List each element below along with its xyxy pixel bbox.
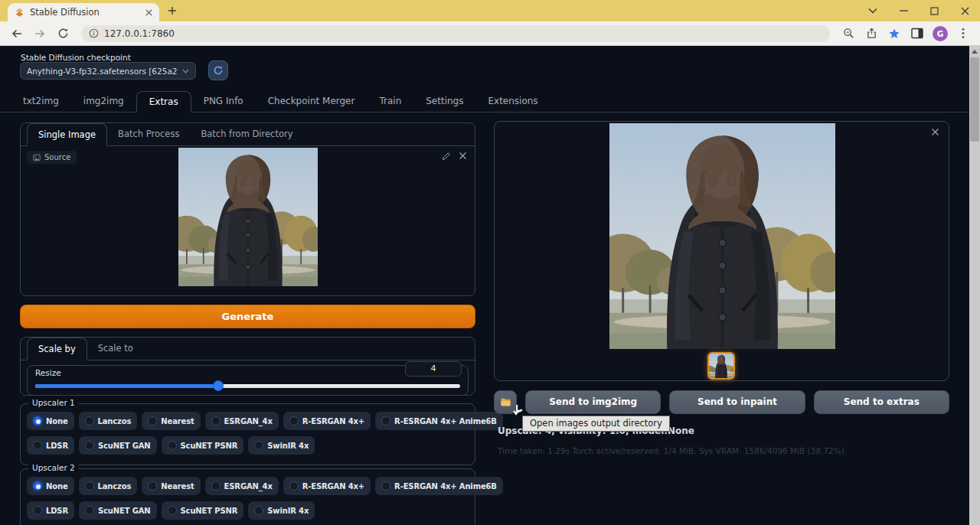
upscaler-option[interactable]: Lanczos (79, 412, 138, 430)
resize-number-input[interactable]: 4 (405, 361, 462, 377)
upscaler-option[interactable]: ESRGAN_4x (205, 477, 279, 495)
resize-slider[interactable] (35, 384, 460, 388)
tab-txt2img[interactable]: txt2img (11, 91, 71, 112)
resize-control: Resize 4 (27, 365, 469, 396)
chevron-down-icon (182, 69, 189, 73)
radio-icon (211, 481, 220, 491)
upscaler-option[interactable]: SwinIR 4x (248, 501, 315, 520)
radio-icon (33, 506, 42, 515)
window-minimize-button[interactable] (888, 0, 919, 21)
upscaler-option[interactable]: R-ESRGAN 4x+ (283, 477, 371, 495)
tab-checkpoint-merger[interactable]: Checkpoint Merger (256, 91, 368, 112)
upscaler-option[interactable]: ScuNET PSNR (162, 501, 244, 520)
radio-icon (148, 481, 157, 491)
send-to-img2img-button[interactable]: Send to img2img (525, 390, 661, 414)
upscaler-option[interactable]: ScuNET GAN (79, 436, 157, 455)
address-bar[interactable]: 127.0.0.1:7860 (81, 25, 830, 42)
send-to-inpaint-button[interactable]: Send to inpaint (669, 390, 805, 414)
generate-button[interactable]: Generate (20, 305, 475, 328)
upscaler-option[interactable]: LDSR (27, 501, 74, 520)
side-panel-icon[interactable] (908, 24, 926, 43)
avatar-letter: G (933, 26, 948, 41)
source-image-dropzone[interactable]: Source (21, 146, 475, 295)
tab-batch-process[interactable]: Batch Process (107, 123, 190, 145)
upscaler2-legend: Upscaler 2 (28, 463, 79, 472)
clear-image-icon[interactable] (459, 152, 467, 161)
site-info-icon[interactable] (89, 28, 99, 38)
resize-slider-fill (35, 384, 218, 388)
tab-train[interactable]: Train (367, 91, 413, 112)
checkpoint-label: Stable Diffusion checkpoint (21, 53, 131, 62)
upscaler-option[interactable]: SwinIR 4x (248, 436, 315, 455)
result-actions: Send to img2img Send to inpaint Send to … (494, 386, 949, 509)
upscaler-option[interactable]: R-ESRGAN 4x+ (283, 412, 371, 430)
tab-scale-by[interactable]: Scale by (27, 338, 87, 360)
share-icon[interactable] (862, 24, 880, 43)
radio-icon (148, 416, 157, 426)
tab-close-icon[interactable] (145, 9, 152, 16)
new-tab-button[interactable] (165, 4, 179, 18)
source-image[interactable] (178, 148, 318, 286)
browser-tab[interactable]: Stable Diffusion (8, 3, 159, 21)
checkpoint-dropdown[interactable]: Anything-V3-fp32.safetensors [625a2ba2] (20, 62, 196, 80)
back-button[interactable] (8, 24, 26, 43)
radio-icon (254, 441, 263, 450)
upscaler-option[interactable]: ESRGAN_4x (205, 412, 279, 430)
bookmark-star-icon[interactable] (885, 24, 903, 43)
radio-icon (85, 416, 94, 426)
send-to-extras-button[interactable]: Send to extras (814, 390, 949, 414)
radio-icon (33, 481, 42, 491)
source-chip: Source (27, 151, 77, 164)
result-thumbnail[interactable] (707, 352, 735, 380)
upscaler-option[interactable]: None (27, 477, 74, 495)
upscaler-option[interactable]: R-ESRGAN 4x+ Anime6B (375, 412, 503, 430)
radio-icon (381, 416, 390, 426)
upscaler-option[interactable]: Lanczos (79, 477, 138, 495)
upscaler-option[interactable]: None (27, 412, 74, 430)
browser-menu-kebab-icon[interactable] (954, 24, 972, 43)
radio-icon (33, 416, 42, 426)
window-maximize-button[interactable] (919, 0, 949, 21)
profile-avatar[interactable]: G (931, 24, 949, 43)
upscaler-option[interactable]: ScuNET PSNR (162, 436, 244, 455)
resize-label: Resize (35, 368, 61, 377)
tab-png-info[interactable]: PNG Info (191, 91, 256, 112)
upscaler-option[interactable]: ScuNET GAN (79, 501, 157, 520)
radio-icon (211, 416, 220, 426)
source-label: Source (44, 153, 70, 161)
tab-search-chevron-icon[interactable] (858, 0, 888, 21)
radio-icon (168, 506, 177, 515)
refresh-checkpoints-button[interactable] (208, 60, 228, 80)
tab-scale-to[interactable]: Scale to (87, 338, 144, 360)
mouse-cursor-hand-icon (510, 403, 524, 418)
close-gallery-icon[interactable] (931, 128, 939, 136)
image-icon (33, 154, 41, 161)
edit-image-icon[interactable] (442, 152, 451, 161)
upscaler-option[interactable]: R-ESRGAN 4x+ Anime6B (375, 477, 503, 495)
scale-tab-bar: Scale by Scale to (21, 338, 475, 360)
forward-button[interactable] (31, 24, 49, 43)
tab-img2img[interactable]: img2img (71, 91, 136, 112)
upscaler1-group: Upscaler 1 None Lanczos Nearest ESRGAN_4… (20, 403, 475, 465)
reload-button[interactable] (54, 24, 72, 43)
scrollbar-thumb[interactable] (970, 57, 979, 142)
tab-single-image[interactable]: Single Image (27, 123, 107, 146)
tab-extras[interactable]: Extras (136, 91, 191, 112)
tab-extensions[interactable]: Extensions (475, 91, 550, 112)
radio-icon (381, 481, 390, 491)
url-text: 127.0.0.1:7860 (104, 28, 175, 39)
result-image[interactable] (609, 123, 835, 349)
checkpoint-value: Anything-V3-fp32.safetensors [625a2ba2] (27, 67, 178, 76)
upscaler-option[interactable]: LDSR (27, 436, 74, 455)
page-scrollbar[interactable] (969, 46, 980, 525)
resize-slider-thumb[interactable] (213, 380, 224, 391)
zoom-icon[interactable] (839, 24, 858, 43)
upscaler-option[interactable]: Nearest (142, 477, 200, 495)
upscaler1-legend: Upscaler 1 (28, 398, 79, 407)
radio-icon (85, 481, 94, 491)
scrollbar-up-arrow[interactable] (969, 46, 980, 57)
tab-batch-from-directory[interactable]: Batch from Directory (190, 123, 303, 145)
upscaler-option[interactable]: Nearest (142, 412, 200, 430)
tab-settings[interactable]: Settings (413, 91, 475, 112)
window-close-button[interactable] (949, 0, 980, 21)
